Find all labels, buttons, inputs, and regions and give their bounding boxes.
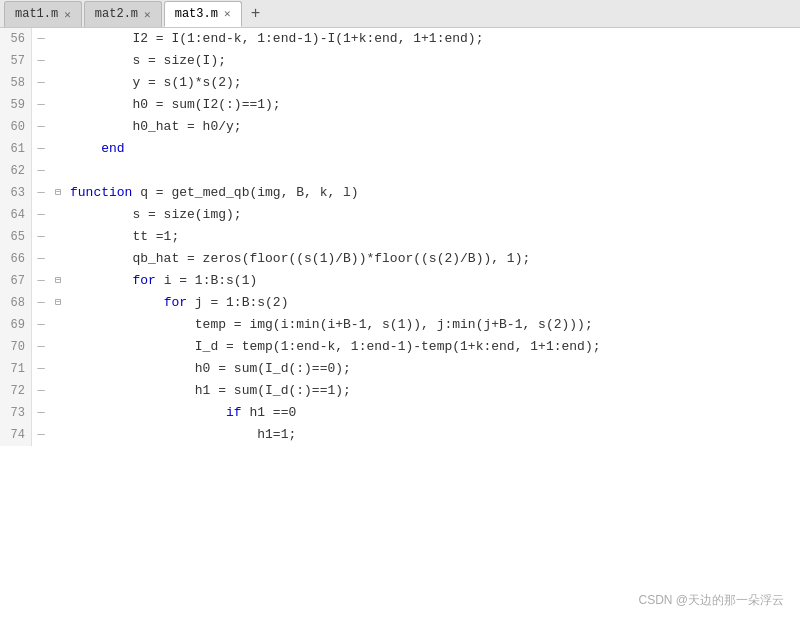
line-content: qb_hat = zeros(floor((s(1)/B))*floor((s(… [66,248,530,270]
tab-mat1-close[interactable]: ✕ [64,8,71,21]
fold-btn [50,72,66,94]
line-content: I2 = I(1:end-k, 1:end-1)-I(1+k:end, 1+1:… [66,28,483,50]
tab-mat1-label: mat1.m [15,7,58,21]
table-row: 56 — I2 = I(1:end-k, 1:end-1)-I(1+k:end,… [0,28,800,50]
line-number: 58 [0,72,32,94]
fold-btn [50,402,66,424]
tab-mat3[interactable]: mat3.m ✕ [164,1,242,27]
line-dash: — [32,182,50,204]
tab-mat1[interactable]: mat1.m ✕ [4,1,82,27]
line-dash: — [32,94,50,116]
table-row: 65 — tt =1; [0,226,800,248]
line-content: for i = 1:B:s(1) [66,270,257,292]
fold-btn [50,336,66,358]
line-content: if h1 ==0 [66,402,296,424]
line-number: 74 [0,424,32,446]
line-content: h1=1; [66,424,296,446]
line-dash: — [32,50,50,72]
line-content: h0 = sum(I2(:)==1); [66,94,281,116]
tab-mat3-label: mat3.m [175,7,218,21]
line-number: 64 [0,204,32,226]
line-content: h0 = sum(I_d(:)==0); [66,358,351,380]
add-icon: + [251,5,261,23]
table-row: 60 — h0_hat = h0/y; [0,116,800,138]
table-row: 64 — s = size(img); [0,204,800,226]
line-content: y = s(1)*s(2); [66,72,242,94]
table-row: 72 — h1 = sum(I_d(:)==1); [0,380,800,402]
table-row: 73 — if h1 ==0 [0,402,800,424]
line-dash: — [32,380,50,402]
line-content: function q = get_med_qb(img, B, k, l) [66,182,359,204]
tab-mat2[interactable]: mat2.m ✕ [84,1,162,27]
line-content: h0_hat = h0/y; [66,116,242,138]
table-row: 74 — h1=1; [0,424,800,446]
table-row: 63 — ⊟ function q = get_med_qb(img, B, k… [0,182,800,204]
fold-btn [50,160,66,182]
line-dash: — [32,292,50,314]
table-row: 58 — y = s(1)*s(2); [0,72,800,94]
fold-btn [50,380,66,402]
table-row: 59 — h0 = sum(I2(:)==1); [0,94,800,116]
fold-btn [50,94,66,116]
tab-mat2-label: mat2.m [95,7,138,21]
line-number: 65 [0,226,32,248]
table-row: 70 — I_d = temp(1:end-k, 1:end-1)-temp(1… [0,336,800,358]
table-row: 62 — [0,160,800,182]
line-content: end [66,138,125,160]
line-number: 70 [0,336,32,358]
line-dash: — [32,28,50,50]
line-content: temp = img(i:min(i+B-1, s(1)), j:min(j+B… [66,314,593,336]
line-number: 69 [0,314,32,336]
line-content [66,160,70,182]
line-dash: — [32,270,50,292]
table-row: 67 — ⊟ for i = 1:B:s(1) [0,270,800,292]
line-number: 59 [0,94,32,116]
line-number: 71 [0,358,32,380]
line-dash: — [32,138,50,160]
line-content: h1 = sum(I_d(:)==1); [66,380,351,402]
line-dash: — [32,424,50,446]
fold-btn[interactable]: ⊟ [50,270,66,292]
fold-btn [50,28,66,50]
fold-btn [50,358,66,380]
line-number: 60 [0,116,32,138]
line-dash: — [32,358,50,380]
fold-btn [50,226,66,248]
line-dash: — [32,160,50,182]
line-content: s = size(I); [66,50,226,72]
line-dash: — [32,204,50,226]
table-row: 66 — qb_hat = zeros(floor((s(1)/B))*floo… [0,248,800,270]
table-row: 71 — h0 = sum(I_d(:)==0); [0,358,800,380]
fold-btn [50,204,66,226]
table-row: 57 — s = size(I); [0,50,800,72]
fold-btn [50,248,66,270]
line-content: for j = 1:B:s(2) [66,292,288,314]
line-number: 73 [0,402,32,424]
code-area[interactable]: 56 — I2 = I(1:end-k, 1:end-1)-I(1+k:end,… [0,28,800,619]
add-tab-button[interactable]: + [244,2,268,26]
line-number: 67 [0,270,32,292]
line-content: tt =1; [66,226,179,248]
line-dash: — [32,336,50,358]
editor: 56 — I2 = I(1:end-k, 1:end-1)-I(1+k:end,… [0,28,800,619]
line-number: 63 [0,182,32,204]
line-number: 68 [0,292,32,314]
table-row: 68 — ⊟ for j = 1:B:s(2) [0,292,800,314]
fold-btn [50,116,66,138]
fold-btn[interactable]: ⊟ [50,182,66,204]
tab-mat2-close[interactable]: ✕ [144,8,151,21]
line-dash: — [32,72,50,94]
line-dash: — [32,248,50,270]
fold-btn[interactable]: ⊟ [50,292,66,314]
line-number: 61 [0,138,32,160]
fold-btn [50,138,66,160]
line-number: 57 [0,50,32,72]
watermark: CSDN @天边的那一朵浮云 [638,592,784,609]
fold-btn [50,50,66,72]
fold-btn [50,314,66,336]
line-dash: — [32,116,50,138]
tab-mat3-close[interactable]: ✕ [224,7,231,20]
line-dash: — [32,314,50,336]
line-number: 66 [0,248,32,270]
line-number: 56 [0,28,32,50]
